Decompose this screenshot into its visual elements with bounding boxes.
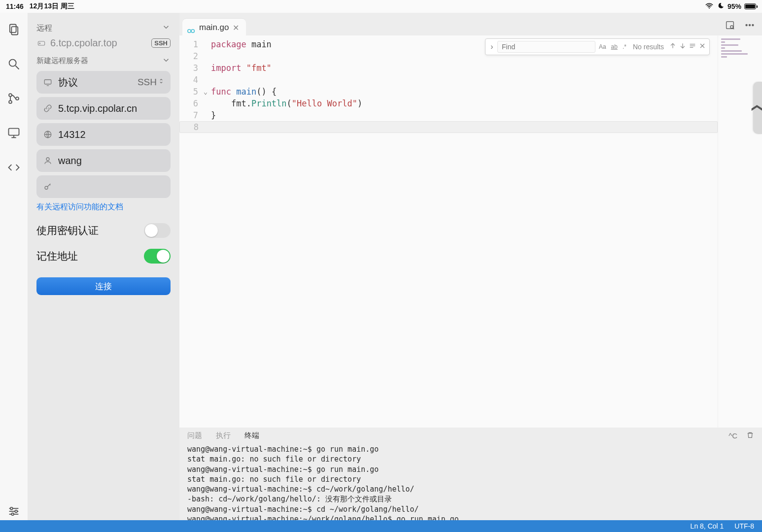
protocol-label: 协议 <box>58 76 78 89</box>
wifi-icon <box>705 1 714 12</box>
tab-main-go[interactable]: main.go ✕ <box>182 19 246 35</box>
svg-point-22 <box>46 158 49 161</box>
find-word-icon[interactable]: ab <box>610 43 619 50</box>
date: 12月13日 周三 <box>30 2 74 11</box>
find-results-label: No results <box>630 43 667 51</box>
saved-host-label: 6.tcp.cpolar.top <box>50 37 117 49</box>
key-field[interactable] <box>36 175 171 198</box>
tab-filename: main.go <box>199 23 229 33</box>
port-value: 14312 <box>58 129 86 140</box>
ios-status-bar: 11:46 12月13日 周三 95% <box>0 0 762 13</box>
svg-rect-1 <box>10 25 16 33</box>
svg-point-29 <box>746 25 747 26</box>
terminal-line: wang@wang-virtual-machine:~$ cd~/work/go… <box>187 484 754 494</box>
remote-section-title: 远程 <box>36 23 52 33</box>
battery-percent: 95% <box>727 2 741 10</box>
preview-icon[interactable] <box>725 20 735 33</box>
settings-sliders-icon[interactable] <box>7 504 21 520</box>
updown-icon <box>159 78 164 86</box>
panel-tab-run[interactable]: 执行 <box>216 431 231 440</box>
right-drawer-handle[interactable]: ❮ <box>753 82 762 134</box>
find-close-icon[interactable] <box>698 42 706 52</box>
source-control-icon[interactable] <box>7 92 21 107</box>
terminal[interactable]: wang@wang-virtual-machine:~$ go run main… <box>179 443 762 520</box>
chevron-down-icon[interactable] <box>162 23 171 33</box>
terminal-line: wang@wang-virtual-machine:~$ cd ~/work/g… <box>187 504 754 514</box>
panel-tab-problems[interactable]: 问题 <box>187 431 202 440</box>
svg-point-24 <box>188 30 191 33</box>
code-line[interactable]: 6 fmt.Println("Hello World") <box>179 98 718 109</box>
ssh-badge: SSH <box>151 38 171 48</box>
protocol-field[interactable]: 协议 SSH <box>36 71 171 94</box>
host-field[interactable]: 5.tcp.vip.cpolar.cn <box>36 97 171 120</box>
panel-shortcut-label: ^C <box>728 432 737 440</box>
find-next-icon[interactable] <box>679 42 687 52</box>
terminal-line: -bash: cd~/work/golang/hello/: 没有那个文件或目录 <box>187 494 754 504</box>
code-line[interactable]: 7} <box>179 109 718 121</box>
code-editor[interactable]: 1package main23import "fmt"45⌄func main(… <box>179 35 718 428</box>
port-field[interactable]: 14312 <box>36 123 171 146</box>
user-value: wang <box>58 155 82 166</box>
editor-tabbar: main.go ✕ <box>179 13 762 35</box>
svg-point-25 <box>191 30 194 33</box>
svg-point-6 <box>9 100 12 103</box>
remote-panel: 远程 6.tcp.cpolar.top SSH 新建远程服务器 协议 SSH 5… <box>28 13 179 520</box>
svg-point-5 <box>9 94 12 97</box>
terminal-line: stat main.go: no such file or directory <box>187 454 754 464</box>
find-expand-icon[interactable]: › <box>488 42 495 51</box>
host-value: 5.tcp.vip.cpolar.cn <box>58 103 137 114</box>
moon-icon <box>717 2 725 11</box>
terminal-line: wang@wang-virtual-machine:~/work/golang/… <box>187 514 754 520</box>
user-field[interactable]: wang <box>36 149 171 172</box>
clock: 11:46 <box>6 2 24 10</box>
code-line[interactable]: 5⌄func main() { <box>179 86 718 98</box>
remote-docs-link[interactable]: 有关远程访问功能的文档 <box>36 202 171 212</box>
status-bar: Ln 8, Col 1 UTF-8 <box>0 520 762 532</box>
bottom-panel: 问题 执行 终端 ^C wang@wang-virtual-machine:~$… <box>179 428 762 520</box>
code-line[interactable]: 3import "fmt" <box>179 62 718 74</box>
svg-rect-2 <box>11 27 18 34</box>
svg-line-4 <box>16 66 19 69</box>
svg-point-0 <box>709 7 710 8</box>
new-server-title: 新建远程服务器 <box>36 56 88 66</box>
code-line[interactable]: 8 <box>179 121 718 133</box>
svg-point-7 <box>16 97 19 100</box>
find-selection-icon[interactable] <box>689 42 696 52</box>
terminal-line: stat main.go: no such file or directory <box>187 474 754 484</box>
search-icon[interactable] <box>7 57 21 73</box>
chevron-down-icon[interactable] <box>162 56 171 66</box>
remember-address-label: 记住地址 <box>36 249 78 263</box>
activity-bar <box>0 13 28 520</box>
find-input[interactable] <box>497 41 595 53</box>
trash-icon[interactable] <box>746 431 754 440</box>
use-key-auth-label: 使用密钥认证 <box>36 224 99 237</box>
svg-rect-19 <box>44 80 51 84</box>
terminal-line: wang@wang-virtual-machine:~$ go run main… <box>187 444 754 454</box>
encoding[interactable]: UTF-8 <box>734 522 754 530</box>
cursor-position[interactable]: Ln 8, Col 1 <box>691 522 724 530</box>
find-case-icon[interactable]: Aa <box>597 43 608 50</box>
code-icon[interactable] <box>7 161 21 176</box>
svg-point-23 <box>45 186 48 189</box>
connect-button[interactable]: 连接 <box>36 277 171 295</box>
more-icon[interactable] <box>744 20 755 33</box>
svg-rect-8 <box>9 129 19 135</box>
terminal-line: wang@wang-virtual-machine:~$ go run main… <box>187 465 754 474</box>
find-bar: › Aa ab .* No results <box>485 38 710 55</box>
svg-point-18 <box>39 43 40 44</box>
remember-address-toggle[interactable] <box>144 249 171 264</box>
files-icon[interactable] <box>7 23 21 38</box>
panel-tab-terminal[interactable]: 终端 <box>244 431 259 440</box>
use-key-auth-toggle[interactable] <box>144 223 171 238</box>
svg-point-3 <box>9 60 16 66</box>
svg-point-16 <box>11 513 14 516</box>
find-prev-icon[interactable] <box>669 42 677 52</box>
go-file-icon <box>187 26 195 30</box>
code-line[interactable]: 4 <box>179 74 718 86</box>
remote-icon[interactable] <box>7 126 21 142</box>
saved-host-row[interactable]: 6.tcp.cpolar.top SSH <box>36 37 171 49</box>
find-regex-icon[interactable]: .* <box>621 43 628 50</box>
svg-point-31 <box>752 25 754 26</box>
tab-close-icon[interactable]: ✕ <box>233 23 239 33</box>
battery-icon <box>744 3 756 9</box>
